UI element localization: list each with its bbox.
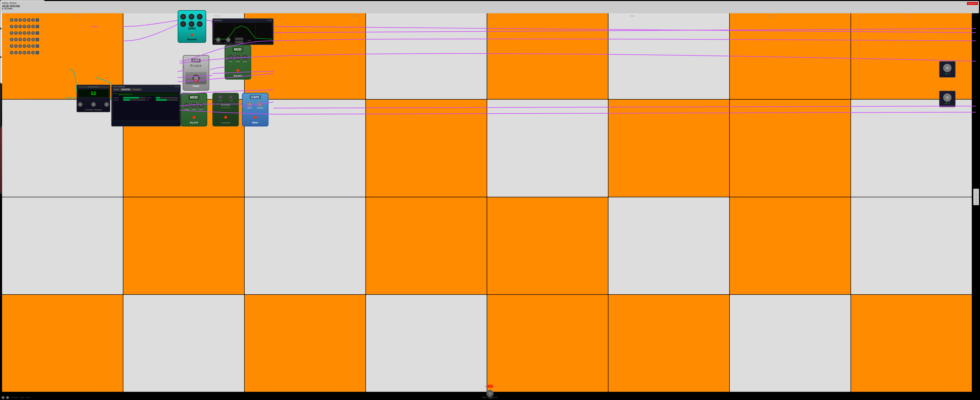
acid-knob[interactable] [23,25,26,29]
scape-text: Scape [183,64,208,68]
acid-knob[interactable] [18,51,22,54]
fluid-volume-slider[interactable] [123,97,146,98]
acid-knob[interactable] [27,51,30,54]
calf-transpose-knob[interactable] [78,102,83,107]
acid-knob[interactable] [23,51,26,54]
rack-knob-1[interactable] [943,64,951,72]
acid-knob[interactable] [18,25,22,29]
acid-knob[interactable] [10,38,13,41]
acid-knob[interactable] [14,44,18,48]
acid-knob[interactable] [31,18,35,22]
acid-knob[interactable] [18,31,22,35]
shiro-knob-3[interactable] [197,14,202,20]
fluid-reverb-slider[interactable] [123,99,146,101]
wider-width-knob[interactable] [247,102,252,107]
acid-knob[interactable] [31,51,35,54]
muff-bot-knob3[interactable] [198,103,204,108]
muff-bot-knob1[interactable] [184,103,190,108]
acid-mute-btn[interactable] [35,44,39,48]
fluid-tab-global[interactable]: Global [113,88,120,91]
acid-knob[interactable] [27,38,30,41]
acid-knob[interactable] [14,18,18,22]
calf-controls-row [78,102,109,107]
wider-label: Wider [243,121,268,124]
acid-knob[interactable] [18,44,22,48]
fluid-title: Calf Fluidsynth [113,86,125,88]
filter-value-display: 1.38k [247,40,250,41]
shiro-knob-1[interactable] [180,14,186,20]
rack-knob-unit-2: +2.7 [939,91,956,107]
acid-knob[interactable] [31,44,35,48]
acid-knob[interactable] [14,51,18,54]
acid-knob[interactable] [18,18,22,22]
wider-led [254,116,257,119]
avocado-led [224,116,227,119]
acid-knob[interactable] [27,31,30,35]
filter-mode-btn[interactable]: symbol lp [235,41,243,43]
fluid-tab-audio[interactable]: Audio Path [121,88,131,91]
fluid-volume-row: Volume [114,97,146,98]
filter-res-knob[interactable] [226,38,231,42]
acid-knob[interactable] [27,44,30,48]
acid-knob[interactable] [23,44,26,48]
muff-bot-mod-badge: MOD [188,95,199,100]
acid-knob[interactable] [23,31,26,35]
acid-mute-btn[interactable] [35,18,39,22]
fluid-pan-slider[interactable] [156,99,178,101]
filter-freq-label: Frequency [215,42,221,43]
wider-panning-knob[interactable] [257,102,262,107]
avocado-knob1[interactable] [218,94,223,100]
acid-mute-btn[interactable] [35,25,39,29]
acid-knob[interactable] [14,25,18,29]
acid-knob[interactable] [27,25,30,29]
acid-knob[interactable] [31,31,35,35]
acid-closedhats-row: CLOSED HATS [1,37,979,43]
shiro-knob-6[interactable] [197,21,202,27]
muff-bot-knob2[interactable] [191,103,197,108]
acid-knob[interactable] [23,38,26,41]
calf-osc-knob[interactable] [104,102,109,107]
acid-mute-btn[interactable] [35,51,39,54]
avocado-knob2[interactable] [228,94,234,100]
acid-mute-btn[interactable] [35,31,39,35]
fluid-reverb-row: Reverb [114,99,146,101]
fluid-sfz-label: SFZ [114,93,117,95]
avocado-pedal: DEPTH RATE avocado stutter/glitch remain… [212,93,239,127]
rack-knob-2[interactable] [943,94,951,102]
filter-freq-wrapper: Frequency [215,38,221,43]
acid-knob[interactable] [14,38,18,41]
shiro-knob-2[interactable] [189,14,194,20]
filter-freq-knob[interactable] [216,38,221,42]
shiro-knob-5[interactable] [189,21,194,27]
fluid-chorus-slider[interactable] [156,97,178,98]
acid-main-out: MAIN OUT [967,2,978,5]
fluid-left-col: Volume Reverb [114,97,146,120]
fluid-onoff[interactable]: On/Off [175,86,179,87]
rack-display-1: +2.7 [945,73,950,75]
muff-top-vol-knob[interactable] [228,55,234,60]
muff-top-sustain-knob[interactable] [242,55,248,60]
acid-knob[interactable] [10,31,13,35]
acid-mute-btn[interactable] [35,38,39,41]
shiro-knob-4[interactable] [180,21,186,27]
acid-knob[interactable] [10,18,13,22]
acid-knob[interactable] [10,44,13,48]
acid-knob[interactable] [31,38,35,41]
filter-onoff[interactable]: On/Off [267,19,272,21]
calf-detune-knob[interactable] [91,102,96,107]
acid-knob[interactable] [23,18,26,22]
acid-knob[interactable] [31,25,35,29]
acid-knob[interactable] [10,25,13,29]
filter-mode-btn[interactable]: symbol lp [235,38,243,40]
acid-knob[interactable] [27,18,30,22]
scape-body [185,72,207,84]
main-canvas: ONYX Vbt GAIN CLIPPING CHARACTER BASS [0,0,980,400]
acid-knob[interactable] [14,31,18,35]
acid-logo-text: SOUL RUSH ACID HOUSE & TECHNO [2,2,20,10]
muff-top-tone-knob[interactable] [235,55,241,60]
rack-display-2: +2.7 [945,102,950,105]
acid-knob[interactable] [10,51,13,54]
acid-knob[interactable] [18,38,22,41]
fluid-controls-grid: Volume Reverb Chorus [114,97,178,120]
fluid-tab-mod[interactable]: Modulation [132,88,142,91]
